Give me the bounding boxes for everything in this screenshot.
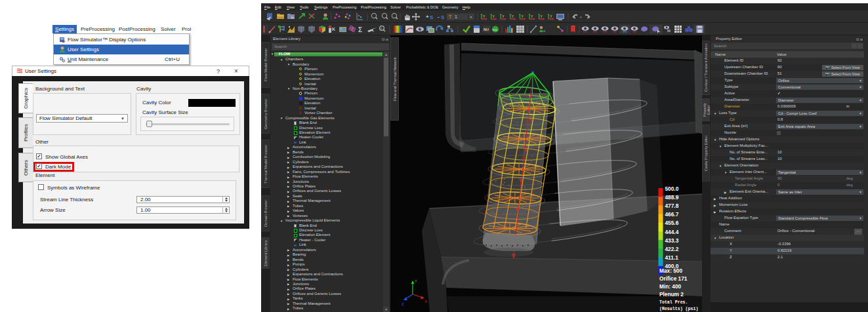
svg-text:Z: Z — [402, 302, 404, 306]
svg-text:K: K — [332, 27, 335, 31]
svg-text:Y: Y — [415, 279, 417, 283]
svg-text:Y: Y — [512, 14, 514, 18]
svg-text:Σ: Σ — [358, 26, 362, 33]
svg-text:(Results) (psi): (Results) (psi) — [659, 307, 698, 311]
svg-text:+: + — [543, 29, 546, 33]
svg-text:+: + — [373, 14, 375, 18]
svg-text:Total Pres.: Total Pres. — [659, 300, 688, 305]
svg-text:Y: Y — [541, 14, 543, 18]
svg-text:422.2: 422.2 — [665, 246, 679, 252]
svg-text:500.0: 500.0 — [665, 185, 679, 192]
svg-text:NU: NU — [484, 28, 489, 31]
svg-text:S: S — [441, 14, 445, 20]
svg-text:466.7: 466.7 — [665, 211, 679, 218]
svg-text:455.6: 455.6 — [665, 220, 679, 226]
svg-text:Y: Y — [502, 14, 505, 18]
svg-text:444.4: 444.4 — [665, 229, 679, 235]
svg-text:X: X — [424, 300, 427, 303]
svg-text:S: S — [430, 14, 434, 20]
svg-text:+: + — [426, 14, 429, 20]
svg-text:488.9: 488.9 — [665, 194, 679, 201]
svg-text:Y: Y — [531, 14, 533, 18]
svg-text:Plenum 2: Plenum 2 — [659, 291, 684, 298]
svg-text:433.3: 433.3 — [665, 237, 679, 244]
svg-text:Max: 500: Max: 500 — [659, 267, 682, 274]
svg-text:477.8: 477.8 — [665, 203, 679, 209]
svg-text:Y: Y — [493, 14, 495, 18]
svg-text:▾: ▾ — [580, 15, 582, 19]
svg-text:Orifice 171: Orifice 171 — [659, 275, 688, 282]
svg-text:T: T — [449, 14, 452, 19]
svg-text:Y: Y — [521, 14, 524, 18]
svg-text:-: - — [438, 14, 440, 20]
svg-text:s: s — [381, 26, 382, 30]
svg-text:Min: 400: Min: 400 — [659, 283, 682, 290]
svg-text:▼: ▼ — [470, 15, 473, 19]
svg-text:411.1: 411.1 — [665, 254, 679, 261]
svg-text:Mdb: Mdb — [493, 28, 499, 31]
svg-text:Y: Y — [483, 14, 486, 18]
svg-text:Y: Y — [550, 14, 552, 18]
svg-text:1: 1 — [455, 14, 457, 19]
